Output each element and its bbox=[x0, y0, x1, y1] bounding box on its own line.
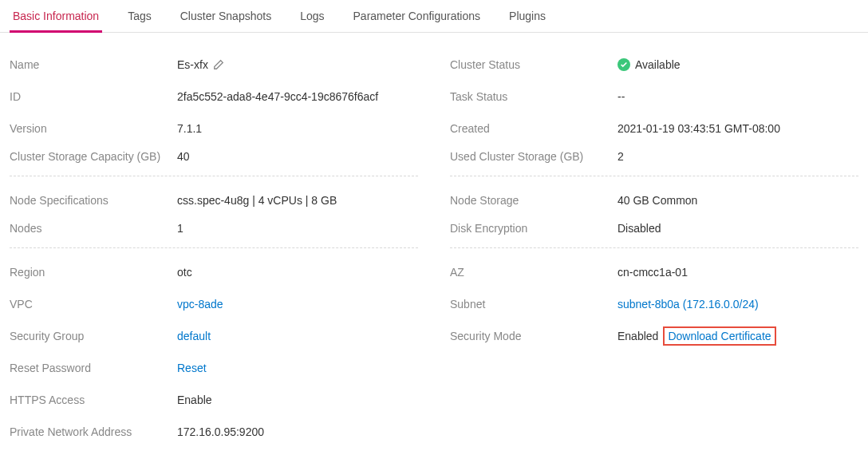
label-version: Version bbox=[10, 122, 177, 135]
row-vpc: VPC vpc-8ade bbox=[10, 288, 418, 320]
tab-parameter-configurations[interactable]: Parameter Configurations bbox=[350, 0, 484, 33]
label-reset-password: Reset Password bbox=[10, 362, 177, 374]
name-text: Es-xfx bbox=[177, 58, 208, 71]
row-security-mode: Security Mode Enabled Download Certifica… bbox=[450, 320, 858, 352]
row-node-storage: Node Storage 40 GB Common bbox=[450, 184, 858, 216]
label-nodes: Nodes bbox=[10, 222, 177, 235]
row-cluster-status: Cluster Status Available bbox=[450, 49, 858, 81]
value-reset-password: Reset bbox=[177, 362, 207, 374]
value-subnet: subnet-8b0a (172.16.0.0/24) bbox=[617, 298, 759, 311]
value-https-access: Enable bbox=[177, 394, 212, 406]
tab-basic-information[interactable]: Basic Information bbox=[10, 0, 102, 33]
row-version: Version 7.1.1 bbox=[10, 113, 418, 144]
status-available-icon bbox=[617, 58, 630, 71]
download-certificate-highlight: Download Certificate bbox=[663, 326, 775, 346]
tab-tags[interactable]: Tags bbox=[124, 0, 155, 33]
row-task-status: Task Status -- bbox=[450, 81, 858, 113]
subnet-link[interactable]: subnet-8b0a (172.16.0.0/24) bbox=[617, 298, 759, 311]
row-storage-capacity: Cluster Storage Capacity (GB) 40 bbox=[10, 144, 418, 176]
row-nodes: Nodes 1 bbox=[10, 216, 418, 248]
row-security-group: Security Group default bbox=[10, 320, 418, 352]
value-used-storage: 2 bbox=[617, 150, 624, 163]
row-region: Region otc bbox=[10, 256, 418, 288]
label-subnet: Subnet bbox=[450, 298, 617, 311]
basic-info-panel: Name Es-xfx ID 2fa5c552-ada8-4e47-9cc4-1… bbox=[0, 33, 868, 451]
value-security-mode: Enabled Download Certificate bbox=[617, 326, 776, 346]
label-created: Created bbox=[450, 122, 617, 135]
label-vpc: VPC bbox=[10, 298, 177, 311]
download-certificate-link[interactable]: Download Certificate bbox=[668, 330, 771, 342]
label-id: ID bbox=[10, 90, 177, 103]
row-https-access: HTTPS Access Enable bbox=[10, 384, 418, 416]
row-used-storage: Used Cluster Storage (GB) 2 bbox=[450, 144, 858, 176]
edit-name-icon[interactable] bbox=[213, 59, 224, 70]
status-text: Available bbox=[635, 58, 681, 71]
label-private-network-address: Private Network Address bbox=[10, 425, 177, 438]
tab-logs[interactable]: Logs bbox=[297, 0, 327, 33]
label-disk-encryption: Disk Encryption bbox=[450, 222, 617, 235]
row-name: Name Es-xfx bbox=[10, 49, 418, 81]
security-group-link[interactable]: default bbox=[177, 330, 211, 342]
label-task-status: Task Status bbox=[450, 90, 617, 103]
label-https-access: HTTPS Access bbox=[10, 394, 177, 406]
value-storage-capacity: 40 bbox=[177, 150, 190, 163]
row-reset-password: Reset Password Reset bbox=[10, 352, 418, 384]
row-disk-encryption: Disk Encryption Disabled bbox=[450, 216, 858, 248]
value-nodes: 1 bbox=[177, 222, 183, 235]
row-node-spec: Node Specifications css.spec-4u8g | 4 vC… bbox=[10, 184, 418, 216]
value-name: Es-xfx bbox=[177, 58, 224, 71]
value-id: 2fa5c552-ada8-4e47-9cc4-19c8676f6acf bbox=[177, 90, 378, 103]
label-az: AZ bbox=[450, 266, 617, 279]
label-region: Region bbox=[10, 266, 177, 279]
value-cluster-status: Available bbox=[617, 58, 681, 71]
value-created: 2021-01-19 03:43:51 GMT-08:00 bbox=[617, 122, 780, 135]
label-storage-capacity: Cluster Storage Capacity (GB) bbox=[10, 150, 177, 163]
value-version: 7.1.1 bbox=[177, 122, 202, 135]
security-mode-text: Enabled bbox=[617, 330, 658, 342]
row-subnet: Subnet subnet-8b0a (172.16.0.0/24) bbox=[450, 288, 858, 320]
label-node-spec: Node Specifications bbox=[10, 194, 177, 207]
label-node-storage: Node Storage bbox=[450, 194, 617, 207]
value-node-spec: css.spec-4u8g | 4 vCPUs | 8 GB bbox=[177, 194, 337, 207]
vpc-link[interactable]: vpc-8ade bbox=[177, 298, 223, 311]
value-vpc: vpc-8ade bbox=[177, 298, 223, 311]
label-security-group: Security Group bbox=[10, 330, 177, 342]
right-column: Cluster Status Available Task Status -- … bbox=[450, 49, 858, 448]
value-region: otc bbox=[177, 266, 192, 279]
tab-cluster-snapshots[interactable]: Cluster Snapshots bbox=[177, 0, 274, 33]
row-private-network-address: Private Network Address 172.16.0.95:9200 bbox=[10, 416, 418, 448]
reset-password-link[interactable]: Reset bbox=[177, 362, 207, 374]
left-column: Name Es-xfx ID 2fa5c552-ada8-4e47-9cc4-1… bbox=[10, 49, 418, 448]
row-id: ID 2fa5c552-ada8-4e47-9cc4-19c8676f6acf bbox=[10, 81, 418, 113]
value-disk-encryption: Disabled bbox=[617, 222, 661, 235]
label-cluster-status: Cluster Status bbox=[450, 58, 617, 71]
value-az: cn-cmcc1a-01 bbox=[617, 266, 688, 279]
row-az: AZ cn-cmcc1a-01 bbox=[450, 256, 858, 288]
value-task-status: -- bbox=[617, 90, 625, 103]
label-security-mode: Security Mode bbox=[450, 330, 617, 342]
value-security-group: default bbox=[177, 330, 211, 342]
label-name: Name bbox=[10, 58, 177, 71]
value-node-storage: 40 GB Common bbox=[617, 194, 697, 207]
tab-plugins[interactable]: Plugins bbox=[506, 0, 549, 33]
value-private-network-address: 172.16.0.95:9200 bbox=[177, 425, 264, 438]
row-created: Created 2021-01-19 03:43:51 GMT-08:00 bbox=[450, 113, 858, 144]
tab-bar: Basic Information Tags Cluster Snapshots… bbox=[0, 0, 868, 33]
label-used-storage: Used Cluster Storage (GB) bbox=[450, 150, 617, 163]
